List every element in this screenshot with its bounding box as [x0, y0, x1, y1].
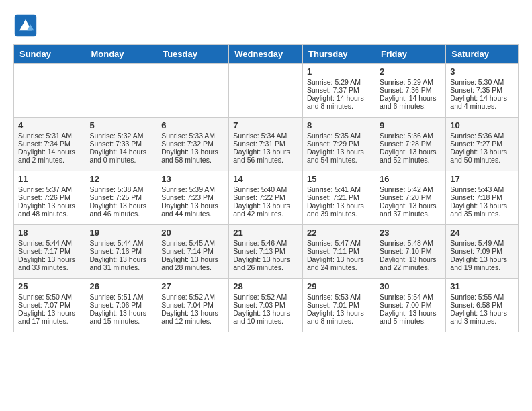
day-number: 31 — [450, 281, 514, 291]
cell-text: Sunrise: 5:34 AM — [233, 132, 298, 140]
cell-text: Sunrise: 5:36 AM — [380, 132, 441, 140]
cell-text: and 0 minutes. — [89, 156, 152, 164]
cell-text: Sunrise: 5:33 AM — [161, 132, 224, 140]
cell-text: Sunrise: 5:31 AM — [18, 132, 81, 140]
cell-text: Sunset: 7:25 PM — [89, 193, 152, 201]
cell-text: and 42 minutes. — [233, 210, 298, 218]
day-header-sunday: Sunday — [14, 45, 85, 64]
cell-text: Sunset: 7:03 PM — [233, 301, 298, 309]
cell-text: Daylight: 13 hours — [450, 201, 514, 210]
day-header-tuesday: Tuesday — [157, 45, 229, 64]
calendar-cell: 10Sunrise: 5:36 AMSunset: 7:27 PMDayligh… — [446, 118, 519, 171]
calendar-cell: 30Sunrise: 5:54 AMSunset: 7:00 PMDayligh… — [375, 279, 445, 332]
day-header-friday: Friday — [375, 45, 445, 64]
cell-text: Sunset: 7:29 PM — [307, 140, 371, 148]
day-number: 20 — [161, 228, 224, 238]
cell-text: Sunset: 7:13 PM — [233, 247, 298, 255]
cell-text: Sunrise: 5:51 AM — [89, 293, 152, 301]
cell-text: Daylight: 13 hours — [18, 201, 81, 210]
cell-text: Daylight: 13 hours — [161, 309, 224, 317]
day-number: 11 — [18, 174, 81, 184]
cell-text: Sunset: 7:14 PM — [161, 247, 224, 255]
day-number: 5 — [89, 120, 152, 130]
cell-text: Daylight: 13 hours — [450, 148, 514, 156]
day-header-thursday: Thursday — [303, 45, 375, 64]
cell-text: Sunset: 7:01 PM — [307, 301, 371, 309]
day-number: 7 — [233, 120, 298, 130]
cell-text: and 24 minutes. — [307, 263, 371, 271]
cell-text: Sunset: 7:11 PM — [307, 247, 371, 255]
cell-text: and 39 minutes. — [307, 210, 371, 218]
cell-text: and 54 minutes. — [307, 156, 371, 164]
cell-text: Daylight: 14 hours — [18, 148, 81, 156]
cell-text: and 6 minutes. — [380, 102, 441, 110]
cell-text: Daylight: 13 hours — [380, 255, 441, 263]
cell-text: Sunset: 7:34 PM — [18, 140, 81, 148]
calendar-cell: 19Sunrise: 5:44 AMSunset: 7:16 PMDayligh… — [85, 225, 157, 279]
cell-text: Sunset: 7:10 PM — [380, 247, 441, 255]
cell-text: Sunrise: 5:37 AM — [18, 185, 81, 193]
cell-text: and 15 minutes. — [89, 317, 152, 325]
cell-text: Sunset: 7:36 PM — [380, 86, 441, 94]
day-header-wednesday: Wednesday — [229, 45, 303, 64]
cell-text: Sunrise: 5:45 AM — [161, 239, 224, 247]
cell-text: Sunrise: 5:54 AM — [380, 293, 441, 301]
cell-text: Daylight: 13 hours — [380, 309, 441, 317]
calendar-cell — [14, 64, 85, 118]
cell-text: Sunrise: 5:36 AM — [450, 132, 514, 140]
cell-text: and 50 minutes. — [450, 156, 514, 164]
cell-text: Sunset: 6:58 PM — [450, 301, 514, 309]
cell-text: Daylight: 13 hours — [307, 148, 371, 156]
days-header-row: SundayMondayTuesdayWednesdayThursdayFrid… — [14, 45, 519, 64]
cell-text: Sunset: 7:21 PM — [307, 193, 371, 201]
cell-text: Sunset: 7:17 PM — [18, 247, 81, 255]
calendar-cell: 13Sunrise: 5:39 AMSunset: 7:23 PMDayligh… — [157, 171, 229, 225]
cell-text: Sunrise: 5:52 AM — [161, 293, 224, 301]
day-number: 28 — [233, 281, 298, 291]
cell-text: Sunrise: 5:49 AM — [450, 239, 514, 247]
cell-text: Sunrise: 5:40 AM — [233, 185, 298, 193]
cell-text: Sunset: 7:37 PM — [307, 86, 371, 94]
cell-text: Daylight: 14 hours — [89, 148, 152, 156]
calendar-cell: 20Sunrise: 5:45 AMSunset: 7:14 PMDayligh… — [157, 225, 229, 279]
cell-text: and 46 minutes. — [89, 210, 152, 218]
cell-text: and 28 minutes. — [161, 263, 224, 271]
day-number: 18 — [18, 228, 81, 238]
calendar-cell: 18Sunrise: 5:44 AMSunset: 7:17 PMDayligh… — [14, 225, 85, 279]
cell-text: Sunset: 7:00 PM — [380, 301, 441, 309]
cell-text: Sunrise: 5:29 AM — [380, 78, 441, 86]
cell-text: Daylight: 13 hours — [450, 309, 514, 317]
calendar-cell: 25Sunrise: 5:50 AMSunset: 7:07 PMDayligh… — [14, 279, 85, 332]
cell-text: and 10 minutes. — [233, 317, 298, 325]
cell-text: and 4 minutes. — [450, 102, 514, 110]
day-number: 19 — [89, 228, 152, 238]
cell-text: Daylight: 13 hours — [233, 255, 298, 263]
cell-text: and 44 minutes. — [161, 210, 224, 218]
cell-text: and 35 minutes. — [450, 210, 514, 218]
cell-text: Sunset: 7:26 PM — [18, 193, 81, 201]
calendar-cell: 5Sunrise: 5:32 AMSunset: 7:33 PMDaylight… — [85, 118, 157, 171]
cell-text: Sunrise: 5:44 AM — [18, 239, 81, 247]
calendar-cell: 17Sunrise: 5:43 AMSunset: 7:18 PMDayligh… — [446, 171, 519, 225]
cell-text: Sunset: 7:32 PM — [161, 140, 224, 148]
cell-text: Sunset: 7:22 PM — [233, 193, 298, 201]
day-number: 12 — [89, 174, 152, 184]
calendar-cell — [229, 64, 303, 118]
cell-text: Sunrise: 5:53 AM — [307, 293, 371, 301]
day-header-saturday: Saturday — [446, 45, 519, 64]
day-number: 24 — [450, 228, 514, 238]
week-row-3: 11Sunrise: 5:37 AMSunset: 7:26 PMDayligh… — [14, 171, 519, 225]
cell-text: Daylight: 13 hours — [161, 201, 224, 210]
calendar-cell: 14Sunrise: 5:40 AMSunset: 7:22 PMDayligh… — [229, 171, 303, 225]
day-number: 6 — [161, 120, 224, 130]
cell-text: and 37 minutes. — [380, 210, 441, 218]
day-number: 8 — [307, 120, 371, 130]
cell-text: Daylight: 13 hours — [89, 309, 152, 317]
day-number: 3 — [450, 66, 514, 77]
cell-text: Sunrise: 5:48 AM — [380, 239, 441, 247]
day-number: 29 — [307, 281, 371, 291]
cell-text: Sunset: 7:16 PM — [89, 247, 152, 255]
calendar-cell — [157, 64, 229, 118]
calendar-cell: 3Sunrise: 5:30 AMSunset: 7:35 PMDaylight… — [446, 64, 519, 118]
cell-text: Sunrise: 5:30 AM — [450, 78, 514, 86]
